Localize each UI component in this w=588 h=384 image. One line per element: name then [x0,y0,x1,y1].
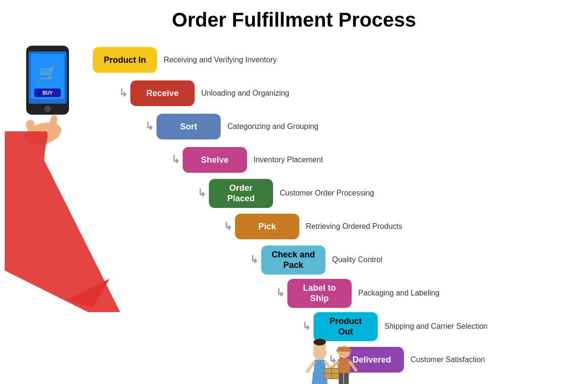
connector-arrow-sort: ↳ [145,120,154,133]
step-description-receive: Unloading and Organizing [201,89,289,98]
step-box-check-and-pack: Check and Pack [261,246,325,275]
svg-line-17 [307,362,314,372]
svg-rect-21 [344,373,349,384]
svg-line-26 [350,362,356,370]
main-content: 🛒 BUY Product InReceiv [0,36,588,382]
step-box-receive: Receive [130,80,195,106]
step-row-pick: ↳PickRetrieving Ordered Products [224,210,488,243]
svg-rect-20 [339,373,343,384]
phone-illustration: 🛒 BUY [5,41,88,146]
step-row-check-and-pack: ↳Check and PackQuality Control [250,243,488,276]
step-box-sort: Sort [157,114,221,139]
svg-point-6 [45,106,50,112]
connector-arrow-pick: ↳ [224,220,232,233]
step-description-order-placed: Customer Order Processing [280,189,374,197]
connector-arrow-shelve: ↳ [171,154,180,166]
connector-arrow-order-placed: ↳ [197,187,206,199]
step-row-sort: ↳SortCategorizing and Grouping [145,110,488,143]
step-row-order-placed: ↳Order PlacedCustomer Order Processing [197,177,488,210]
step-description-label-to-ship: Packaging and Labeling [358,289,440,297]
step-box-order-placed: Order Placed [209,179,273,208]
step-description-sort: Categorizing and Grouping [227,122,318,131]
step-description-check-and-pack: Quality Control [332,256,382,264]
step-box-product-in: Product In [93,47,157,73]
step-description-product-out: Shipping and Carrier Selection [384,322,488,331]
svg-text:🛒: 🛒 [39,65,57,82]
connector-arrow-receive: ↳ [119,87,127,99]
step-description-delivered: Customer Satisfaction [411,355,485,364]
connector-arrow-check-and-pack: ↳ [250,254,258,266]
step-box-shelve: Shelve [183,147,247,173]
step-description-product-in: Receiving and Verifying Inventory [164,56,276,64]
step-description-pick: Retrieving Ordered Products [306,222,402,231]
svg-rect-19 [338,359,350,374]
step-row-shelve: ↳ShelveInventory Placement [171,143,488,177]
step-row-receive: ↳ReceiveUnloading and Organizing [119,77,488,110]
step-description-shelve: Inventory Placement [254,156,323,164]
step-row-label-to-ship: ↳Label to ShipPackaging and Labeling [276,276,488,310]
delivery-illustration [300,317,376,384]
connector-arrow-label-to-ship: ↳ [276,287,284,299]
svg-rect-24 [336,349,352,352]
svg-text:BUY: BUY [42,90,52,96]
step-box-label-to-ship: Label to Ship [287,279,352,308]
step-box-pick: Pick [235,214,299,239]
page-title: Order Fulfillment Process [0,0,588,36]
svg-point-16 [314,339,326,345]
step-row-product-in: Product InReceiving and Verifying Invent… [93,43,488,77]
steps-staircase: Product InReceiving and Verifying Invent… [93,43,488,376]
